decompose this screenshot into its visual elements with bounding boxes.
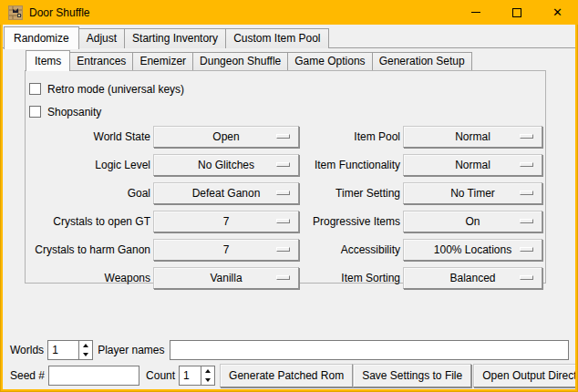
worlds-spinbox[interactable] [47, 340, 93, 360]
logic-level-dropdown[interactable]: No Glitches [153, 154, 299, 176]
arrow-up-icon [205, 369, 211, 373]
dropdown-indicator-icon [520, 134, 533, 139]
spin-down-button[interactable] [201, 376, 214, 385]
spin-up-button[interactable] [79, 341, 92, 350]
weapons-dropdown[interactable]: Vanilla [153, 267, 299, 289]
count-label: Count [146, 369, 175, 382]
dropdown-indicator-icon [520, 275, 533, 280]
accessibility-value: 100% Locations [434, 243, 511, 256]
close-icon: ✕ [552, 6, 563, 18]
item-sorting-dropdown[interactable]: Balanced [403, 267, 542, 289]
bottom-row-1: Worlds Player names [10, 340, 569, 360]
options-grid: World State Open Item Pool Normal Logic … [26, 126, 545, 289]
tab-adjust[interactable]: Adjust [78, 28, 125, 48]
tab-custom-item-pool[interactable]: Custom Item Pool [225, 28, 328, 48]
spin-up-button[interactable] [201, 366, 214, 376]
weapons-label: Weapons [26, 267, 150, 289]
world-state-label: World State [26, 126, 150, 148]
count-input[interactable] [180, 366, 201, 385]
progressive-items-dropdown[interactable]: On [403, 211, 542, 232]
item-pool-value: Normal [455, 130, 490, 143]
timer-setting-dropdown[interactable]: No Timer [403, 182, 542, 204]
main-tab-strip: Randomize Adjust Starting Inventory Cust… [3, 25, 575, 48]
worlds-input[interactable] [48, 341, 78, 359]
goal-dropdown[interactable]: Defeat Ganon [153, 182, 299, 204]
crystals-ganon-value: 7 [223, 243, 230, 256]
dropdown-indicator-icon [520, 191, 533, 195]
shopsanity-label: Shopsanity [47, 106, 101, 119]
item-pool-dropdown[interactable]: Normal [403, 126, 542, 148]
item-functionality-dropdown[interactable]: Normal [403, 154, 542, 176]
tab-randomize[interactable]: Randomize [4, 26, 79, 49]
goal-label: Goal [26, 182, 150, 204]
client-area: Randomize Adjust Starting Inventory Cust… [3, 25, 575, 389]
checkbox-row-shopsanity[interactable]: Shopsanity [29, 100, 545, 123]
retro-mode-label: Retro mode (universal keys) [47, 83, 184, 96]
timer-setting-label: Timer Setting [302, 182, 400, 204]
logic-level-value: No Glitches [198, 159, 254, 171]
timer-setting-value: No Timer [450, 187, 495, 200]
tab-generation-setup[interactable]: Generation Setup [372, 52, 472, 70]
dropdown-indicator-icon [520, 162, 533, 167]
item-functionality-label: Item Functionality [302, 154, 400, 176]
open-output-directory-button[interactable]: Open Output Directory [473, 364, 575, 387]
minimize-icon [471, 12, 480, 13]
window-title: Door Shuffle [29, 6, 455, 19]
crystals-gt-label: Crystals to open GT [26, 211, 150, 232]
player-names-input[interactable] [170, 340, 570, 360]
item-sorting-label: Item Sorting [302, 267, 400, 289]
generate-patched-rom-button[interactable]: Generate Patched Rom [220, 364, 353, 387]
accessibility-label: Accessibility [302, 239, 400, 261]
dropdown-indicator-icon [276, 219, 290, 223]
sub-tab-strip: Items Entrances Enemizer Dungeon Shuffle… [25, 48, 575, 70]
dropdown-indicator-icon [520, 247, 533, 252]
bottom-row-2: Seed # Count Generate Patched Rom Save S… [10, 364, 569, 387]
maximize-icon [512, 8, 521, 17]
bottom-bar: Worlds Player names Seed # Count [3, 340, 575, 389]
tab-enemizer[interactable]: Enemizer [132, 52, 193, 70]
item-sorting-value: Balanced [449, 272, 495, 284]
shopsanity-checkbox[interactable] [29, 106, 41, 118]
accessibility-dropdown[interactable]: 100% Locations [403, 239, 542, 261]
save-settings-button[interactable]: Save Settings to File [353, 364, 471, 387]
worlds-spin-arrows [78, 341, 92, 359]
progressive-items-value: On [465, 215, 480, 228]
dropdown-indicator-icon [276, 275, 290, 280]
tab-entrances[interactable]: Entrances [69, 52, 133, 70]
dropdown-indicator-icon [276, 191, 290, 195]
count-spinbox[interactable] [179, 366, 215, 386]
seed-input[interactable] [48, 366, 139, 386]
goal-value: Defeat Ganon [192, 187, 261, 200]
arrow-down-icon [83, 353, 88, 356]
dropdown-indicator-icon [276, 134, 290, 139]
arrow-down-icon [205, 378, 211, 382]
crystals-gt-dropdown[interactable]: 7 [153, 211, 299, 232]
weapons-value: Vanilla [210, 272, 242, 284]
door-icon [8, 5, 23, 20]
minimize-button[interactable] [455, 0, 496, 25]
tab-game-options[interactable]: Game Options [287, 52, 372, 70]
titlebar: Door Shuffle ✕ [0, 0, 578, 25]
player-names-label: Player names [98, 344, 164, 356]
world-state-dropdown[interactable]: Open [153, 126, 299, 148]
crystals-gt-value: 7 [223, 215, 230, 228]
seed-label: Seed # [10, 369, 45, 382]
crystals-ganon-label: Crystals to harm Ganon [26, 239, 150, 261]
tab-items[interactable]: Items [26, 50, 70, 71]
worlds-label: Worlds [10, 344, 44, 356]
app-window: Door Shuffle ✕ Randomize Adjust Starting… [0, 0, 578, 392]
world-state-value: Open [212, 130, 239, 143]
dropdown-indicator-icon [276, 247, 290, 252]
crystals-ganon-dropdown[interactable]: 7 [153, 239, 299, 261]
checkbox-row-retro-mode[interactable]: Retro mode (universal keys) [29, 77, 545, 100]
item-functionality-value: Normal [455, 159, 490, 171]
dropdown-indicator-icon [276, 162, 290, 167]
items-page: Retro mode (universal keys) Shopsanity W… [25, 70, 546, 284]
logic-level-label: Logic Level [26, 154, 150, 176]
maximize-button[interactable] [496, 0, 537, 25]
tab-starting-inventory[interactable]: Starting Inventory [124, 28, 226, 48]
spin-down-button[interactable] [79, 350, 92, 359]
tab-dungeon-shuffle[interactable]: Dungeon Shuffle [192, 52, 288, 70]
close-button[interactable]: ✕ [537, 0, 578, 25]
retro-mode-checkbox[interactable] [29, 83, 41, 95]
